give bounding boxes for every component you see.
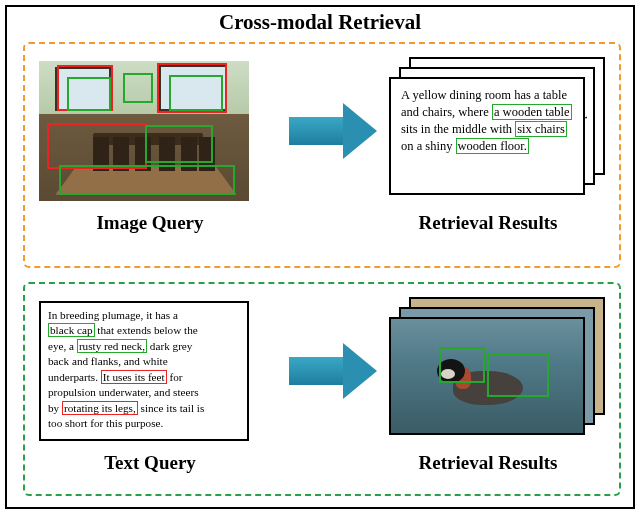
bbox-iq-b2	[67, 77, 111, 111]
label-retrieval-results-bottom: Retrieval Results	[377, 452, 599, 474]
arrow-bottom	[271, 357, 361, 385]
text-query: In breeding plumage, it has a black cap …	[39, 301, 249, 441]
img-result-card-1	[389, 317, 585, 435]
hl-uses-feet: It uses its feet	[101, 370, 167, 384]
figure-frame: Cross-modal Retrieval	[5, 5, 635, 509]
text-query-card: In breeding plumage, it has a black cap …	[39, 301, 249, 441]
result-text: A yellow dining room has a table and cha…	[401, 87, 573, 155]
panel-text-to-image: In breeding plumage, it has a black cap …	[23, 282, 621, 496]
bbox-iq-b5	[169, 75, 223, 111]
hl-black-cap: black cap	[48, 323, 95, 337]
bottom-row: In breeding plumage, it has a black cap …	[39, 296, 605, 446]
bbox-br-b2	[487, 353, 549, 397]
bbox-iq-b3	[123, 73, 153, 103]
arrow-icon	[289, 357, 343, 385]
hl-wooden-floor: wooden floor.	[456, 138, 529, 154]
hl-rusty-red-neck: rusty red neck,	[77, 339, 147, 353]
label-text-query: Text Query	[45, 452, 255, 474]
label-image-query: Image Query	[45, 212, 255, 234]
bbox-br-b1	[439, 347, 485, 383]
arrow-icon	[289, 117, 343, 145]
text-query-body: In breeding plumage, it has a black cap …	[48, 308, 240, 432]
label-retrieval-results-top: Retrieval Results	[377, 212, 599, 234]
hl-wooden-table: a wooden table	[492, 104, 572, 120]
image-query	[39, 61, 249, 201]
hl-six-chairs: six chairs	[515, 121, 567, 137]
figure-title: Cross-modal Retrieval	[7, 7, 633, 40]
bbox-iq-b6	[47, 123, 147, 169]
bottom-labels: Text Query Retrieval Results	[39, 446, 605, 474]
top-labels: Image Query Retrieval Results	[39, 206, 605, 234]
text-result-stack: g d A yellow dining room has a table and…	[383, 57, 605, 205]
arrow-top	[271, 117, 361, 145]
top-row: g d A yellow dining room has a table and…	[39, 56, 605, 206]
hl-rotating-legs: rotating its legs,	[62, 401, 138, 415]
bbox-iq-b8	[59, 165, 235, 195]
panel-image-to-text: g d A yellow dining room has a table and…	[23, 42, 621, 268]
image-result-stack	[383, 297, 605, 445]
bbox-iq-b7	[145, 125, 213, 163]
result-card-1: A yellow dining room has a table and cha…	[389, 77, 585, 195]
